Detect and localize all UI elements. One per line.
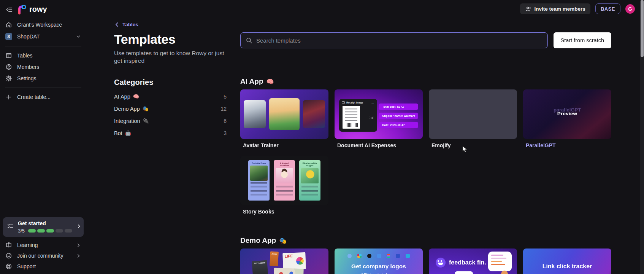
get-started-title: Get started — [18, 220, 46, 226]
category-item-bot[interactable]: Bot🤖 3 — [114, 127, 227, 139]
sidebar-item-tables[interactable]: Tables — [0, 50, 87, 61]
tables-icon — [5, 52, 12, 59]
chat-widget-bubble — [488, 252, 512, 271]
sidebar-item-label: Support — [17, 263, 36, 269]
category-item-ai-app[interactable]: AI App🧠 5 — [114, 91, 227, 103]
sidebar-divider — [5, 88, 81, 88]
story-book-cover-3: Pikachu and the Veggies — [299, 160, 320, 201]
category-count: 6 — [224, 118, 227, 124]
preview-overlay[interactable]: Preview — [523, 111, 611, 116]
chevron-right-icon — [76, 223, 82, 231]
template-card-emojify[interactable]: Emojify — [429, 89, 517, 148]
sidebar-header: rowy — [0, 0, 87, 18]
sidebar-item-project[interactable]: S ShopDAT — [0, 30, 87, 43]
demo-app-grid: BATTLESHIP Jenga LIFE CONNECT 4 CLUE — [240, 249, 611, 274]
templates-sidebar-column: Tables Templates Use templates to get to… — [114, 22, 227, 139]
invite-team-members-button[interactable]: Invite team members — [520, 3, 590, 14]
app-logo — [396, 254, 400, 258]
sidebar-item-label: Settings — [17, 75, 36, 81]
lifebuoy-icon — [5, 263, 12, 270]
sidebar-item-support[interactable]: Support — [0, 261, 87, 272]
rowy-wordmark: rowy — [29, 5, 51, 14]
create-table-button[interactable]: Create table... — [0, 91, 87, 103]
template-card-parallelgpt[interactable]: parallelGPT Preview ParallelGPT — [523, 89, 611, 148]
book-illustration — [250, 166, 268, 181]
sidebar-item-learning[interactable]: Learning — [0, 240, 87, 250]
sidebar-item-label: Tables — [17, 53, 32, 59]
start-from-scratch-button[interactable]: Start from scratch — [554, 32, 611, 48]
book-text-lines — [301, 185, 318, 199]
progress-pill — [46, 229, 54, 233]
card-headline: Get company logos — [335, 263, 423, 270]
card-headline: Link click tracker — [523, 263, 611, 270]
section-heading-ai-app: AI App 🧠 — [240, 77, 611, 86]
scrollbar-thumb[interactable] — [641, 0, 644, 57]
category-item-integration[interactable]: Integration🔌 6 — [114, 115, 227, 127]
back-to-tables-link[interactable]: Tables — [114, 22, 227, 27]
get-started-card[interactable]: Get started 3/5 — [3, 217, 84, 237]
members-icon — [5, 64, 12, 70]
template-card-feedback-fin[interactable]: feedback fin. Like our site? — [429, 249, 517, 274]
sidebar-item-members[interactable]: Members — [0, 61, 87, 73]
get-started-progress-count: 3/5 — [18, 228, 25, 234]
document-ai-thumbnail: Receipt Image ... Total cost: $27.7 Supp… — [335, 89, 423, 139]
template-card-company-logos[interactable]: Get company logos API to database — [335, 249, 423, 274]
camera-icon — [369, 116, 373, 119]
sidebar-item-settings[interactable]: Settings — [0, 73, 87, 84]
book-text-lines — [251, 182, 267, 198]
card-label: ParallelGPT — [523, 142, 611, 148]
figma-logo — [387, 254, 390, 258]
category-label: Bot — [114, 130, 122, 136]
section-title: AI App — [240, 77, 263, 86]
base-plan-chip[interactable]: BASE — [595, 3, 620, 14]
rowy-app-window: rowy Grant's Workspace S ShopDAT Tables — [0, 0, 644, 274]
extracted-fields: Total cost: $27.7 Supplier name: Walmart… — [379, 104, 418, 128]
receipt-panel: Receipt Image ... — [339, 99, 377, 132]
sidebar-item-workspace[interactable]: Grant's Workspace — [0, 19, 87, 30]
life-box: LIFE — [282, 252, 306, 270]
story-book-cover-1: Boris the Brave — [248, 160, 270, 201]
avatar-sample-1 — [244, 100, 266, 128]
section-title: Demo App — [240, 236, 276, 245]
field-pill-date: Date: 2020-10-17 — [379, 122, 418, 128]
template-card-board-games[interactable]: BATTLESHIP Jenga LIFE CONNECT 4 CLUE — [240, 249, 328, 274]
sidebar-item-label: Learning — [17, 242, 38, 248]
book-title: A Magical Adventure — [274, 161, 295, 167]
template-card-avatar-trainer[interactable]: Avatar Trainer — [240, 89, 328, 148]
field-pill-total-cost: Total cost: $27.7 — [379, 104, 418, 110]
collapse-sidebar-button[interactable] — [5, 5, 13, 14]
book-icon — [5, 242, 12, 249]
feedback-fin-logo-icon — [436, 258, 446, 268]
home-icon — [5, 21, 12, 28]
sidebar-item-label: Members — [17, 64, 39, 70]
category-item-demo-app[interactable]: Demo App🎭 12 — [114, 103, 227, 115]
section-heading-demo-app: Demo App 🎭 — [240, 236, 611, 245]
rowy-logo[interactable]: rowy — [17, 5, 51, 14]
menu-collapse-icon — [6, 6, 13, 13]
template-card-document-ai-expenses[interactable]: Receipt Image ... Total cost: $27.7 Supp… — [335, 89, 423, 148]
search-box[interactable] — [240, 32, 548, 48]
template-card-link-click-tracker[interactable]: Link click tracker — [523, 249, 611, 274]
chevron-right-icon — [76, 253, 81, 259]
book-title: Boris the Brave — [248, 161, 270, 164]
scrollbar[interactable] — [640, 0, 644, 274]
sidebar-divider — [5, 214, 81, 214]
link-click-tracker-thumbnail: Link click tracker — [523, 249, 611, 274]
robot-emoji: 🤖 — [125, 130, 131, 136]
category-label: Demo App — [114, 106, 140, 112]
card-label: Document AI Expenses — [335, 142, 423, 148]
template-card-story-books[interactable]: Boris the Brave A Magical Adventure Pika… — [240, 156, 328, 215]
card-label: Avatar Trainer — [240, 142, 328, 148]
search-input[interactable] — [256, 37, 542, 44]
book-title: Pikachu and the Veggies — [299, 161, 320, 167]
page-subtitle: Use templates to get to know Rowy or jus… — [114, 49, 227, 65]
book-illustration — [301, 168, 319, 183]
sidebar-item-community[interactable]: Join our community — [0, 250, 87, 261]
chevron-right-icon — [76, 242, 81, 248]
feedback-fin-thumbnail: feedback fin. Like our site? — [429, 249, 517, 274]
avatar-sample-3 — [303, 100, 325, 128]
user-avatar[interactable]: G — [625, 4, 635, 14]
sidebar-item-label: Join our community — [17, 253, 63, 259]
app-logo — [367, 254, 371, 258]
jenga-box: Jenga — [270, 251, 279, 266]
